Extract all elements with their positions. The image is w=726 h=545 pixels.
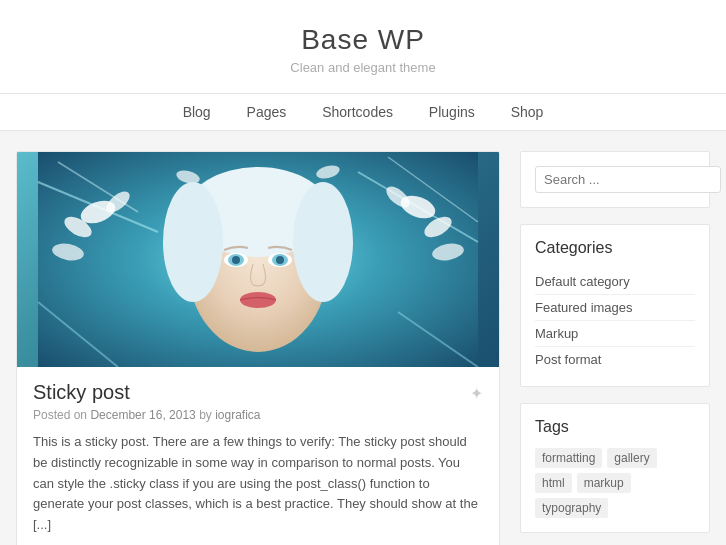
svg-point-20 [293, 182, 353, 302]
categories-widget: Categories Default category Featured ima… [520, 224, 710, 387]
post-title: Sticky post [33, 381, 130, 404]
svg-point-19 [163, 182, 223, 302]
svg-point-23 [232, 256, 240, 264]
list-item: Markup [535, 321, 695, 347]
search-input[interactable] [535, 166, 721, 193]
post-date-link[interactable]: December 16, 2013 [90, 408, 195, 422]
tag-typography[interactable]: typography [535, 498, 608, 518]
nav-plugins[interactable]: Plugins [429, 104, 475, 120]
post-author-link[interactable]: iografica [215, 408, 260, 422]
tag-html[interactable]: html [535, 473, 572, 493]
post-image-overlay [17, 152, 499, 367]
post-card: Sticky post ✦ Posted on December 16, 201… [16, 151, 500, 545]
tags-widget: Tags formatting gallery html markup typo… [520, 403, 710, 533]
post-excerpt: This is a sticky post. There are a few t… [33, 432, 483, 536]
tag-gallery[interactable]: gallery [607, 448, 656, 468]
post-meta: Posted on December 16, 2013 by iografica [33, 408, 483, 422]
by-label: by [199, 408, 212, 422]
main-content: Sticky post ✦ Posted on December 16, 201… [16, 151, 500, 545]
list-item: Featured images [535, 295, 695, 321]
site-nav: Blog Pages Shortcodes Plugins Shop [0, 93, 726, 130]
nav-shortcodes[interactable]: Shortcodes [322, 104, 393, 120]
nav-shop[interactable]: Shop [511, 104, 544, 120]
category-link[interactable]: Markup [535, 326, 578, 341]
sticky-icon: ✦ [470, 384, 483, 403]
category-link[interactable]: Featured images [535, 300, 633, 315]
search-widget: Search [520, 151, 710, 208]
post-body: Sticky post ✦ Posted on December 16, 201… [17, 367, 499, 545]
list-item: Post format [535, 347, 695, 372]
list-item: Default category [535, 269, 695, 295]
post-title-row: Sticky post ✦ [33, 381, 483, 404]
site-tagline: Clean and elegant theme [0, 60, 726, 75]
page-container: Sticky post ✦ Posted on December 16, 201… [0, 131, 726, 545]
svg-point-27 [240, 292, 276, 308]
category-link[interactable]: Default category [535, 274, 630, 289]
nav-pages[interactable]: Pages [247, 104, 287, 120]
tag-cloud: formatting gallery html markup typograph… [535, 448, 695, 518]
post-image-svg [17, 152, 499, 367]
tag-markup[interactable]: markup [577, 473, 631, 493]
post-featured-image [17, 152, 499, 367]
category-list: Default category Featured images Markup … [535, 269, 695, 372]
nav-blog[interactable]: Blog [183, 104, 211, 120]
svg-point-26 [276, 256, 284, 264]
sidebar: Search Categories Default category Featu… [520, 151, 710, 545]
category-link[interactable]: Post format [535, 352, 601, 367]
categories-title: Categories [535, 239, 695, 257]
tag-formatting[interactable]: formatting [535, 448, 602, 468]
tags-title: Tags [535, 418, 695, 436]
search-form: Search [535, 166, 695, 193]
site-title: Base WP [0, 24, 726, 56]
site-header: Base WP Clean and elegant theme Blog Pag… [0, 0, 726, 131]
posted-on-label: Posted on [33, 408, 87, 422]
